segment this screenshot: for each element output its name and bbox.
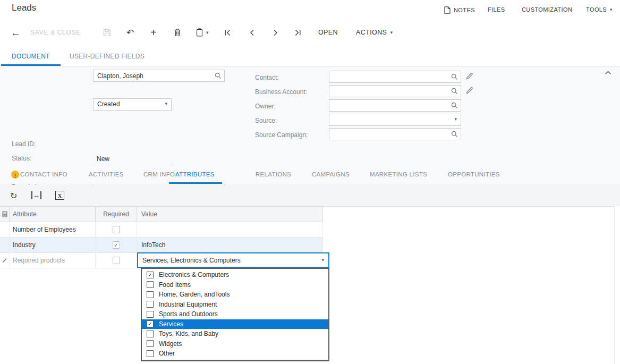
checkbox-checked-icon[interactable]: ✓: [113, 241, 120, 249]
tools-menu-button[interactable]: TOOLS ▾: [586, 6, 613, 13]
source-campaign-field[interactable]: [329, 128, 461, 140]
grid-toolbar: ↻ ↔ X: [0, 185, 620, 206]
edit-contact-button[interactable]: [465, 72, 473, 80]
table-row[interactable]: Industry ✓ InfoTech: [0, 238, 323, 253]
lead-id-field[interactable]: [93, 70, 225, 82]
next-record-icon: [272, 29, 279, 36]
tab-opportunities[interactable]: OPPORTUNITIES: [448, 171, 500, 177]
pencil-icon: [465, 72, 473, 80]
checkbox-unchecked-icon[interactable]: [113, 226, 120, 233]
checkbox-unchecked-icon[interactable]: [147, 281, 154, 288]
checkbox-unchecked-icon[interactable]: [147, 340, 154, 347]
table-row[interactable]: Number of Employees: [0, 222, 323, 238]
search-icon[interactable]: [215, 72, 222, 79]
go-next-button[interactable]: [272, 22, 279, 43]
files-button[interactable]: FILES: [488, 6, 505, 13]
back-arrow-icon: ←: [11, 28, 21, 38]
go-first-button[interactable]: [224, 22, 231, 43]
tab-crm-info[interactable]: CRM INFO: [143, 171, 175, 177]
source-combo[interactable]: ▾: [329, 114, 461, 126]
notes-button[interactable]: NOTES: [444, 6, 475, 14]
value-cell[interactable]: InfoTech: [137, 238, 323, 252]
export-excel-button[interactable]: X: [55, 191, 64, 200]
go-previous-button[interactable]: [249, 22, 256, 43]
back-button[interactable]: ←: [11, 22, 21, 43]
owner-label: Owner:: [255, 103, 276, 110]
dropdown-item[interactable]: Toys, Kids, and Baby: [142, 329, 328, 339]
tab-marketing-lists[interactable]: MARKETING LISTS: [370, 171, 427, 177]
dropdown-item[interactable]: Home, Garden, andTools: [142, 290, 328, 300]
leads-screen: Leads NOTES FILES CUSTOMIZATION TOOLS ▾ …: [0, 0, 620, 364]
checkbox-unchecked-icon[interactable]: [147, 311, 154, 318]
tab-document[interactable]: DOCUMENT: [12, 53, 50, 60]
undo-button[interactable]: ↶: [126, 22, 134, 43]
add-new-button[interactable]: +: [150, 22, 157, 43]
chevron-up-icon: [605, 71, 611, 75]
fit-width-button[interactable]: ↔: [31, 191, 41, 199]
tab-campaigns[interactable]: CAMPAIGNS: [312, 171, 350, 177]
lead-id-input[interactable]: [94, 70, 224, 81]
dropdown-item[interactable]: ✓ Electronics & Computers: [142, 270, 328, 280]
search-icon[interactable]: [451, 131, 458, 138]
column-header-required[interactable]: Required: [96, 207, 137, 222]
save-and-close-button[interactable]: SAVE & CLOSE: [30, 22, 81, 43]
dropdown-item-highlighted[interactable]: ✓ Services: [142, 319, 328, 329]
tab-activities[interactable]: ACTIVITIES: [89, 171, 124, 177]
checkbox-unchecked-icon[interactable]: [147, 301, 154, 308]
source-campaign-input[interactable]: [329, 129, 461, 140]
chevron-down-icon: ▾: [321, 258, 324, 263]
checkbox-unchecked-icon[interactable]: [147, 331, 154, 337]
owner-field[interactable]: [329, 99, 461, 112]
tab-user-defined-fields[interactable]: USER-DEFINED FIELDS: [70, 53, 145, 60]
value-cell[interactable]: [137, 222, 323, 237]
column-header-value[interactable]: Value: [137, 207, 323, 222]
first-record-icon: [224, 29, 231, 36]
checkbox-unchecked-icon[interactable]: [147, 291, 154, 298]
dropdown-item[interactable]: Food Items: [142, 280, 328, 290]
row-selector[interactable]: [0, 238, 10, 252]
row-selector[interactable]: [0, 222, 10, 237]
reason-combo[interactable]: Created ▾: [93, 98, 172, 111]
notes-label: NOTES: [454, 7, 475, 13]
dropdown-item[interactable]: Industrial Equipment: [142, 300, 328, 310]
owner-input[interactable]: [329, 100, 461, 111]
contact-input[interactable]: [329, 71, 461, 82]
actions-label: ACTIONS: [356, 29, 387, 36]
search-icon[interactable]: [451, 88, 458, 95]
search-icon[interactable]: [451, 73, 458, 80]
grid-settings-icon[interactable]: [0, 207, 10, 222]
business-account-input[interactable]: [329, 86, 461, 97]
customization-button[interactable]: CUSTOMIZATION: [522, 6, 572, 13]
go-last-button[interactable]: [294, 22, 301, 43]
checkbox-checked-icon[interactable]: ✓: [147, 272, 154, 278]
refresh-button[interactable]: ↻: [10, 185, 17, 206]
clipboard-menu-button[interactable]: ▾: [196, 22, 209, 43]
dropdown-item[interactable]: Sports and Outdoors: [142, 309, 328, 319]
column-header-attribute[interactable]: Attribute: [10, 207, 96, 222]
plus-icon: +: [150, 27, 157, 38]
actions-menu-button[interactable]: ACTIONS ▾: [356, 22, 393, 43]
tab-contact-info[interactable]: CONTACT INFO: [20, 171, 67, 177]
delete-button[interactable]: [174, 22, 181, 43]
tab-relations[interactable]: RELATIONS: [256, 171, 291, 177]
contact-field[interactable]: [329, 71, 461, 83]
dropdown-item[interactable]: Other: [142, 349, 328, 359]
checkbox-unchecked-icon[interactable]: [147, 350, 154, 357]
edit-business-account-button[interactable]: [465, 87, 473, 95]
collapse-panel-button[interactable]: [605, 71, 611, 75]
chevron-down-icon: ▾: [165, 101, 167, 106]
tab-attributes[interactable]: ATTRIBUTES: [175, 171, 215, 177]
dropdown-item[interactable]: Widgets: [142, 339, 328, 349]
dropdown-item-label: Other: [159, 350, 175, 357]
checkbox-checked-icon[interactable]: ✓: [147, 320, 154, 327]
fit-width-icon: ↔: [33, 192, 40, 199]
business-account-field[interactable]: [329, 85, 461, 97]
checkbox-unchecked-icon[interactable]: [113, 257, 120, 264]
search-icon[interactable]: [451, 102, 458, 109]
save-button[interactable]: [103, 22, 111, 43]
contact-label: Contact:: [255, 74, 279, 81]
value-combo-editor[interactable]: Services, Electronics & Computers ▾: [137, 252, 329, 268]
detail-tab-bar: ! CONTACT INFO ACTIVITIES CRM INFO ATTRI…: [0, 166, 620, 184]
pencil-icon: [465, 87, 473, 95]
open-button[interactable]: OPEN: [318, 22, 338, 43]
